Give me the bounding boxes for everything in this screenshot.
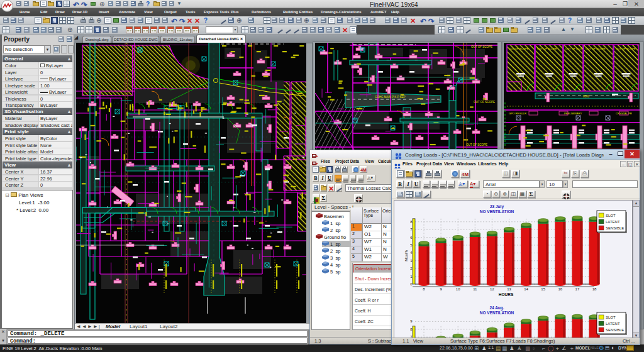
svg-text:COHC MAIN P K P SEP: COHC MAIN P K P SEP [375, 96, 406, 99]
svg-text:OUT OF SCOPE: OUT OF SCOPE [466, 143, 487, 146]
svg-text:OUT OF SCOPE: OUT OF SCOPE [509, 47, 529, 50]
svg-text:SLOT: SLOT [606, 214, 616, 217]
svg-text:SENSIBLE: SENSIBLE [606, 226, 624, 230]
svg-text:9: 9 [410, 319, 413, 323]
svg-text:0000: 0000 [583, 95, 590, 98]
svg-text:11: 11 [473, 287, 477, 291]
svg-text:10: 10 [456, 287, 460, 291]
svg-text:8: 8 [423, 287, 425, 291]
svg-text:24 Aug.: 24 Aug. [489, 305, 504, 311]
svg-text:CRYSTAL PR: CRYSTAL PR [616, 112, 632, 115]
svg-text:OUT OF SCOPE: OUT OF SCOPE [537, 47, 557, 50]
svg-text:12: 12 [490, 287, 494, 291]
svg-text:GPO REGULR: GPO REGULR [509, 112, 526, 115]
svg-text:LATENT: LATENT [606, 220, 620, 224]
svg-text:NO VENTILATION: NO VENTILATION [480, 311, 514, 315]
svg-text:OUT OF SCOPE: OUT OF SCOPE [565, 47, 586, 50]
svg-text:16: 16 [558, 287, 562, 291]
svg-text:PRELIMINARY: PRELIMINARY [564, 112, 582, 115]
svg-text:18: 18 [592, 287, 597, 291]
svg-text:OUT OF SCOPE: OUT OF SCOPE [471, 45, 492, 48]
svg-text:14: 14 [524, 287, 528, 291]
svg-text:23 July: 23 July [490, 204, 504, 209]
svg-text:HOURS: HOURS [499, 292, 514, 297]
svg-text:13: 13 [507, 287, 511, 291]
svg-text:OUT OF SCOPE: OUT OF SCOPE [474, 101, 495, 104]
svg-text:NO VENTILATION: NO VENTILATION [480, 209, 514, 214]
svg-text:9: 9 [440, 287, 442, 291]
svg-text:17: 17 [575, 287, 580, 291]
svg-text:Mcal/h: Mcal/h [404, 250, 408, 261]
svg-text:15: 15 [541, 287, 545, 291]
svg-text:LATENT: LATENT [606, 322, 620, 326]
svg-text:SENSIBLE: SENSIBLE [606, 328, 624, 332]
svg-text:OUT OF SCOPE: OUT OF SCOPE [616, 47, 636, 50]
svg-text:SLOT: SLOT [606, 316, 616, 319]
svg-text:OUT OF SCOPE: OUT OF SCOPE [586, 47, 606, 50]
